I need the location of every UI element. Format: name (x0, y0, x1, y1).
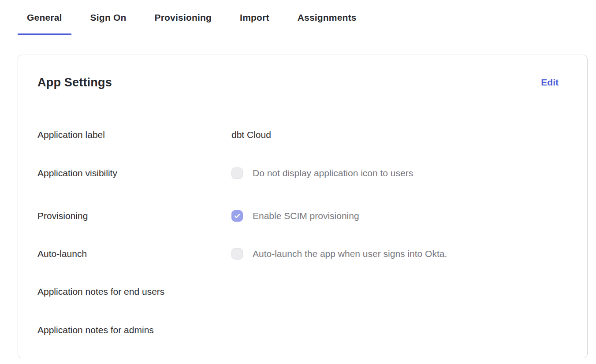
tab-label: Assignments (298, 12, 357, 23)
tab-general[interactable]: General (18, 0, 71, 35)
checkbox-unchecked (231, 167, 243, 179)
app-settings-card: App Settings Edit Application label dbt … (18, 55, 588, 358)
checkbox-checked (231, 210, 243, 222)
row-value: dbt Cloud (231, 130, 271, 140)
tab-sign-on[interactable]: Sign On (81, 0, 136, 35)
tab-label: Provisioning (155, 12, 212, 23)
row-label: Application notes for end users (37, 286, 231, 297)
checkbox-label: Enable SCIM provisioning (253, 211, 359, 221)
settings-row: Application label dbt Cloud (37, 129, 568, 141)
row-label: Auto-launch (37, 249, 231, 259)
settings-row: Application notes for admins (37, 324, 568, 336)
settings-row: Auto-launch Auto-launch the app when use… (37, 248, 568, 260)
row-label: Application visibility (37, 168, 231, 178)
row-label: Application notes for admins (37, 325, 231, 335)
tab-label: General (27, 12, 62, 23)
settings-row: Application visibility Do not display ap… (37, 167, 568, 179)
page-title: App Settings (37, 76, 112, 89)
row-label: Provisioning (37, 211, 231, 221)
checkmark-icon (233, 212, 241, 220)
tab-label: Sign On (90, 12, 127, 23)
checkbox-unchecked (231, 248, 243, 260)
settings-row: Provisioning Enable SCIM provisioning (37, 210, 568, 222)
checkbox-label: Auto-launch the app when user signs into… (253, 249, 447, 259)
tab-import[interactable]: Import (231, 0, 279, 35)
card-header: App Settings Edit (37, 74, 568, 90)
settings-rows: Application label dbt Cloud Application … (37, 129, 568, 336)
row-label: Application label (37, 130, 231, 140)
tab-label: Import (240, 12, 269, 23)
checkbox-label: Do not display application icon to users (253, 168, 413, 178)
tab-provisioning[interactable]: Provisioning (145, 0, 221, 35)
edit-button[interactable]: Edit (541, 77, 559, 88)
tab-bar: General Sign On Provisioning Import Assi… (0, 0, 596, 35)
tab-assignments[interactable]: Assignments (288, 0, 366, 35)
settings-row: Application notes for end users (37, 286, 568, 297)
